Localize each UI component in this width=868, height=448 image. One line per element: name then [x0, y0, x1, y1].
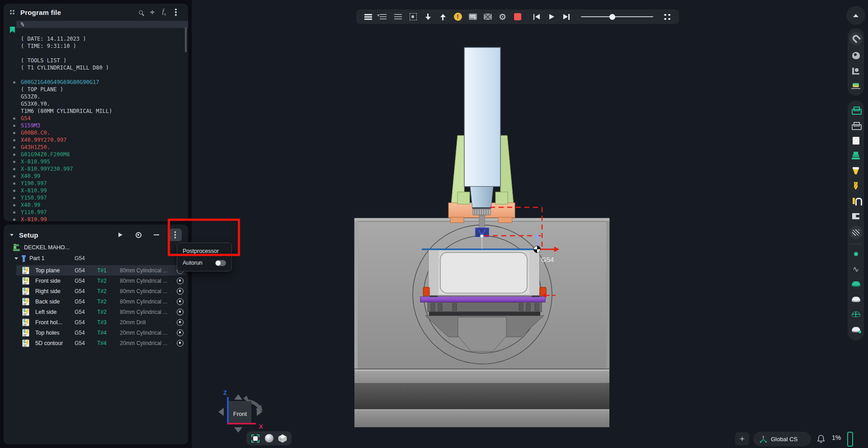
- gcode-line[interactable]: G01G94Z0.F200M8: [4, 151, 188, 158]
- operation-row[interactable]: G Front side G54 T#2 80mm Cylindrical ..…: [4, 275, 188, 286]
- isometric-view-button[interactable]: [277, 433, 288, 444]
- search-icon[interactable]: [135, 6, 146, 18]
- notifications-button[interactable]: [815, 433, 827, 445]
- focus-operation-icon[interactable]: [177, 319, 184, 326]
- view-cube[interactable]: Front Z X: [218, 389, 263, 433]
- detach-toolbar-icon[interactable]: [660, 9, 675, 24]
- gcode-line[interactable]: G43H1Z50.: [4, 144, 188, 151]
- section-hatch-icon[interactable]: [849, 226, 863, 239]
- machine-hidden-icon[interactable]: [850, 120, 862, 131]
- focus-operation-icon[interactable]: [177, 288, 184, 294]
- shaded-view-button[interactable]: [263, 433, 275, 444]
- gcode-line[interactable]: X40.99Y270.997: [4, 136, 188, 144]
- tool-drill-icon[interactable]: [850, 181, 862, 191]
- collapse-setup-icon[interactable]: [10, 234, 14, 236]
- toolpath-visibility-icon[interactable]: [480, 9, 495, 24]
- gcode-line[interactable]: ( TOP PLANE ): [4, 86, 188, 93]
- gcode-line[interactable]: Y110.997: [4, 209, 188, 216]
- program-lines-icon[interactable]: [361, 9, 376, 24]
- play-button[interactable]: [544, 9, 559, 24]
- gcode-line[interactable]: X-810.99: [4, 216, 188, 221]
- line-density-icon[interactable]: [391, 9, 406, 24]
- skip-to-start-button[interactable]: [529, 9, 544, 24]
- split-view-icon[interactable]: ÷: [146, 6, 158, 18]
- goto-line-icon[interactable]: [376, 9, 391, 24]
- gcode-line[interactable]: Y190.997: [4, 180, 188, 187]
- magnet-icon[interactable]: [849, 32, 863, 45]
- panel-menu-icon[interactable]: [170, 6, 182, 18]
- drag-handle-icon[interactable]: [10, 10, 15, 15]
- surface-wireframe-icon[interactable]: [850, 309, 862, 320]
- vise-icon[interactable]: [850, 211, 862, 222]
- fixture-clamp-icon[interactable]: [850, 65, 862, 76]
- operation-row[interactable]: G 5D contour G54 T#4 20mm Cylindrical ..…: [4, 338, 188, 348]
- operation-row[interactable]: G Front hol... G54 T#3 20mm Drill: [4, 317, 188, 327]
- stock-plain-icon[interactable]: [850, 135, 862, 146]
- gcode-line[interactable]: [4, 71, 188, 79]
- gcode-line[interactable]: X-810.99Y230.997: [4, 165, 188, 173]
- focus-operation-icon[interactable]: [177, 298, 184, 305]
- focus-operation-icon[interactable]: [177, 277, 184, 284]
- autorun-toggle[interactable]: [215, 260, 226, 266]
- gcode-line[interactable]: ( TIME: 9:31:10 ): [4, 42, 188, 50]
- workpiece[interactable]: [420, 249, 546, 302]
- operation-row[interactable]: G Top plane G54 T#1 80mm Cylindrical ...: [4, 265, 188, 275]
- step-up-icon[interactable]: [435, 9, 450, 24]
- surface-plain-icon[interactable]: [850, 294, 862, 305]
- gcode-line[interactable]: [4, 50, 188, 57]
- fit-selection-icon[interactable]: [406, 9, 420, 24]
- focus-operation-icon[interactable]: [177, 308, 184, 315]
- gcode-line[interactable]: G53Z0.: [4, 93, 188, 100]
- speed-slider[interactable]: [581, 9, 653, 24]
- warnings-icon[interactable]: !: [450, 9, 465, 24]
- spindle-tool[interactable]: [448, 47, 515, 229]
- tool-cutter-icon[interactable]: [850, 165, 862, 176]
- gcode-line[interactable]: G54: [4, 115, 188, 122]
- point-icon[interactable]: [850, 248, 862, 259]
- part-tree-item[interactable]: Part 1 G54: [4, 253, 188, 263]
- gcode-line[interactable]: X-810.99: [4, 187, 188, 194]
- gcode-line[interactable]: X40.99: [4, 201, 188, 209]
- operation-row[interactable]: G Top holes G54 T#4 20mm Cylindrical ...: [4, 327, 188, 338]
- collapse-all-icon[interactable]: [151, 229, 162, 241]
- gcode-line[interactable]: ( DATE: 14.11.2023 ): [4, 35, 188, 42]
- gcode-line[interactable]: G53X0.Y0.: [4, 100, 188, 107]
- machine-visible-icon[interactable]: [850, 105, 862, 116]
- gcode-line[interactable]: T1M6 (80MM CYLINDRICAL MILL): [4, 107, 188, 115]
- gcode-line[interactable]: X-810.995: [4, 158, 188, 165]
- operation-row[interactable]: G Left side G54 T#2 80mm Cylindrical ...: [4, 307, 188, 317]
- probe-camera-icon[interactable]: [850, 50, 862, 61]
- gcode-line[interactable]: X40.99: [4, 173, 188, 180]
- simulation-settings-icon[interactable]: ⚙: [495, 9, 510, 24]
- skip-to-end-button[interactable]: [559, 9, 574, 24]
- autorun-menu-item[interactable]: Autorun: [177, 257, 231, 269]
- machine-tree-item[interactable]: DECKEL MAHO...: [4, 243, 188, 252]
- function-icon[interactable]: fx: [158, 6, 170, 18]
- global-cs-button[interactable]: Global CS: [753, 432, 811, 446]
- surface-points-icon[interactable]: [850, 324, 862, 335]
- stock-material-icon[interactable]: [850, 81, 862, 92]
- focus-operation-icon[interactable]: [177, 340, 184, 346]
- step-down-icon[interactable]: [420, 9, 435, 24]
- code-scrollbar[interactable]: [185, 27, 187, 52]
- gcode-line[interactable]: Y150.997: [4, 194, 188, 201]
- stop-button[interactable]: [510, 9, 525, 24]
- gcode-line[interactable]: ( TOOLS LIST ): [4, 57, 188, 64]
- operation-row[interactable]: G Right side G54 T#2 80mm Cylindrical ..…: [4, 286, 188, 296]
- workpiece-icon[interactable]: [850, 150, 862, 161]
- setup-settings-icon[interactable]: [132, 229, 144, 241]
- gcode-line[interactable]: G00B0.C0.: [4, 129, 188, 136]
- surface-shaded-icon[interactable]: [850, 279, 862, 289]
- expand-part-icon[interactable]: [14, 257, 18, 260]
- run-setup-icon[interactable]: [114, 229, 126, 241]
- gcode-line[interactable]: %: [16, 21, 188, 28]
- operation-row[interactable]: G Back side G54 T#2 80mm Cylindrical ...: [4, 296, 188, 307]
- add-cs-button[interactable]: +: [735, 432, 749, 445]
- gcode-line[interactable]: S159M3: [4, 122, 188, 129]
- gcode-line[interactable]: G00G21G40G49G69G80G90G17: [4, 79, 188, 86]
- sidebar-collapse-button[interactable]: [846, 6, 865, 25]
- zoom-fit-button[interactable]: [250, 433, 261, 444]
- focus-operation-icon[interactable]: [177, 329, 184, 336]
- gcode-line[interactable]: ( T1 CYLINDRICAL_MILL D80 ): [4, 64, 188, 71]
- gcode-listing[interactable]: %( DATE: 14.11.2023 )( TIME: 9:31:10 )( …: [4, 21, 188, 221]
